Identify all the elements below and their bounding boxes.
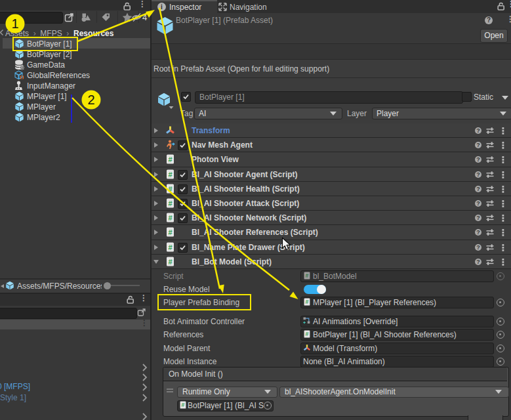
svg-text:2: 2 <box>87 93 94 107</box>
svg-text:1: 1 <box>11 16 18 31</box>
